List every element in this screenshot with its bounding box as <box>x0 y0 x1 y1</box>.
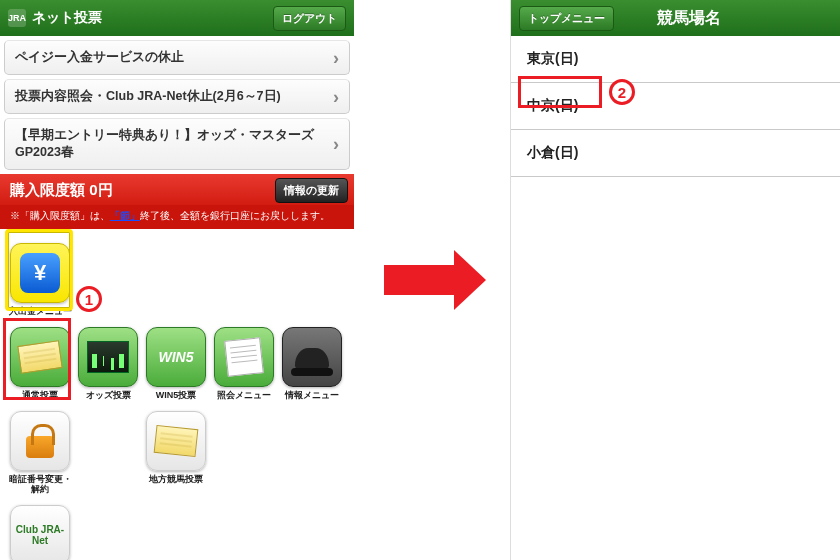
update-info-button[interactable]: 情報の更新 <box>275 178 348 203</box>
screen-right-venues: トップメニュー 競馬場名 東京(日) 中京(日) 小倉(日) 2 <box>510 0 840 560</box>
tickets-icon <box>146 411 206 471</box>
screen-left-net-voting: JRA ネット投票 ログアウト ペイジー入金サービスの休止 投票内容照会・Clu… <box>0 0 354 560</box>
venue-item-kokura[interactable]: 小倉(日) <box>511 130 840 177</box>
club-jra-net-cell[interactable]: Club JRA-Net Club JRA-Net <box>7 505 73 560</box>
normal-vote-cell[interactable]: 通常投票 <box>7 327 73 401</box>
note-link[interactable]: 「節」 <box>110 210 140 221</box>
win5-vote-cell[interactable]: WIN5 WIN5投票 <box>143 327 209 401</box>
back-top-menu-button[interactable]: トップメニュー <box>519 6 614 31</box>
venue-item-chukyo[interactable]: 中京(日) <box>511 83 840 130</box>
venue-list: 東京(日) 中京(日) 小倉(日) <box>511 36 840 177</box>
club-jra-icon: Club JRA-Net <box>10 505 70 560</box>
header-bar: JRA ネット投票 ログアウト <box>0 0 354 36</box>
lock-icon <box>10 411 70 471</box>
notice-item[interactable]: 【早期エントリー特典あり！】オッズ・マスターズGP2023春 <box>4 118 350 170</box>
info-menu-cell[interactable]: 情報メニュー <box>279 327 345 401</box>
ticket-icon <box>10 327 70 387</box>
header-title: ネット投票 <box>32 9 273 27</box>
paper-icon <box>214 327 274 387</box>
notice-item[interactable]: ペイジー入金サービスの休止 <box>4 40 350 75</box>
purchase-limit-title: 購入限度額 0円 <box>10 181 275 200</box>
jra-logo-icon: JRA <box>8 9 26 27</box>
logout-button[interactable]: ログアウト <box>273 6 346 31</box>
header-bar: トップメニュー 競馬場名 <box>511 0 840 36</box>
odds-vote-cell[interactable]: オッズ投票 <box>75 327 141 401</box>
transition-arrow-icon <box>380 250 490 310</box>
venue-item-tokyo[interactable]: 東京(日) <box>511 36 840 83</box>
main-menu-grid: ¥ 入出金メニュー 通常投票 オッズ投票 WIN5 WIN5投票 照会メニュー <box>0 229 354 560</box>
local-vote-cell[interactable]: 地方競馬投票 <box>143 411 209 496</box>
notice-item[interactable]: 投票内容照会・Club JRA-Net休止(2月6～7日) <box>4 79 350 114</box>
pin-change-cell[interactable]: 暗証番号変更・解約 <box>7 411 73 496</box>
header-title: 競馬場名 <box>614 8 764 29</box>
purchase-limit-note: ※「購入限度額」は、「節」終了後、全額を銀行口座にお戻しします。 <box>0 205 354 229</box>
purchase-limit-bar: 購入限度額 0円 情報の更新 <box>0 174 354 205</box>
deposit-menu-cell[interactable]: ¥ 入出金メニュー <box>7 243 73 317</box>
yen-icon: ¥ <box>10 243 70 303</box>
helmet-icon <box>282 327 342 387</box>
notice-list: ペイジー入金サービスの休止 投票内容照会・Club JRA-Net休止(2月6～… <box>0 40 354 170</box>
bars-icon <box>78 327 138 387</box>
inquiry-menu-cell[interactable]: 照会メニュー <box>211 327 277 401</box>
win5-icon: WIN5 <box>146 327 206 387</box>
deposit-menu-label: 入出金メニュー <box>7 306 73 317</box>
